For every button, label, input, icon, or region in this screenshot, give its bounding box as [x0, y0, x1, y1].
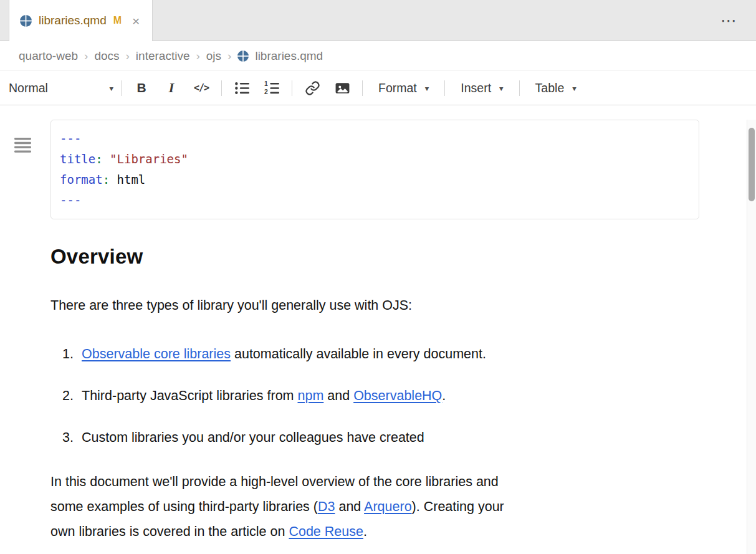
yaml-key: title: [60, 152, 95, 166]
breadcrumb-item-current[interactable]: libraries.qmd: [237, 49, 323, 63]
close-tab-icon[interactable]: ×: [132, 14, 140, 27]
formatting-toolbar: Normal▾ B I </> 12 Format▾ Insert▾ Table…: [0, 71, 756, 105]
heading-overview[interactable]: Overview: [50, 244, 756, 269]
list-marker: 2.: [62, 383, 82, 408]
quarto-icon: [20, 15, 32, 27]
insert-menu[interactable]: Insert▾: [450, 81, 514, 95]
yaml-fence: ---: [60, 131, 81, 145]
bold-icon: B: [136, 80, 146, 95]
yaml-format-line: format:html: [60, 170, 690, 190]
editor-tab[interactable]: libraries.qmd M ×: [9, 0, 153, 41]
image-icon: [335, 80, 350, 96]
yaml-colon: :: [103, 173, 110, 186]
bullet-list-button[interactable]: [227, 75, 257, 100]
link-npm[interactable]: npm: [297, 388, 323, 403]
paragraph-segment: and: [335, 499, 364, 514]
toolbar-divider: [444, 80, 445, 96]
breadcrumb-separator: ›: [84, 49, 88, 63]
chevron-down-icon: ▾: [499, 84, 504, 92]
vertical-scrollbar[interactable]: [747, 120, 756, 554]
code-button[interactable]: </>: [186, 75, 216, 100]
toolbar-divider: [362, 80, 363, 96]
editor-canvas[interactable]: --- title:"Libraries" format:html --- Ov…: [0, 120, 756, 554]
paragraph-style-label: Normal: [9, 81, 48, 95]
breadcrumb-item-interactive[interactable]: interactive: [136, 49, 190, 63]
numbered-list-icon: 12: [264, 80, 280, 96]
link-observablehq[interactable]: ObservableHQ: [353, 388, 442, 403]
yaml-colon: :: [95, 152, 102, 166]
link-code-reuse[interactable]: Code Reuse: [289, 524, 363, 539]
yaml-value: html: [110, 173, 145, 186]
list-item[interactable]: 1. Observable core libraries automatical…: [50, 341, 756, 366]
yaml-fence-line: ---: [60, 128, 690, 149]
list-item[interactable]: 2. Third-party JavaScript libraries from…: [50, 383, 756, 408]
link-d3[interactable]: D3: [318, 499, 335, 514]
intro-paragraph[interactable]: There are three types of library you'll …: [50, 293, 680, 318]
paragraph-segment: In this document we'll provide a high-le…: [50, 474, 499, 489]
breadcrumb-item-ojs[interactable]: ojs: [206, 49, 221, 63]
yaml-key: format: [60, 173, 103, 186]
breadcrumb-separator: ›: [227, 49, 231, 63]
list-item[interactable]: 3. Custom libraries you and/or your coll…: [50, 425, 756, 450]
chevron-down-icon: ▾: [109, 84, 113, 92]
tab-title: libraries.qmd: [39, 14, 107, 27]
list-item-segment: automatically available in every documen…: [231, 346, 486, 361]
list-item-segment: Custom libraries you and/or your colleag…: [82, 430, 424, 445]
italic-icon: I: [169, 80, 175, 96]
breadcrumb-separator: ›: [196, 49, 199, 63]
list-item-segment: .: [442, 388, 446, 403]
list-item-text: Observable core libraries automatically …: [82, 341, 486, 366]
paragraph-style-dropdown[interactable]: Normal▾: [9, 81, 116, 95]
tab-strip-fill: ⋯: [153, 0, 756, 41]
tab-strip: libraries.qmd M × ⋯: [0, 0, 756, 41]
git-status-badge: M: [113, 15, 122, 26]
numbered-list-button[interactable]: 12: [257, 75, 287, 100]
list-item-text: Third-party JavaScript libraries from np…: [82, 383, 446, 408]
toolbar-divider: [121, 80, 122, 96]
list-item-segment: and: [323, 388, 353, 403]
breadcrumb-item-quarto-web[interactable]: quarto-web: [19, 49, 78, 63]
chevron-down-icon: ▾: [425, 84, 429, 92]
scrollbar-thumb[interactable]: [749, 128, 755, 201]
breadcrumb-item-docs[interactable]: docs: [94, 49, 119, 63]
code-icon: </>: [194, 82, 209, 93]
quarto-icon: [237, 50, 249, 62]
link-arquero[interactable]: Arquero: [364, 499, 412, 514]
format-menu[interactable]: Format▾: [368, 81, 439, 95]
svg-text:1: 1: [264, 80, 268, 87]
list-marker: 1.: [62, 341, 82, 366]
breadcrumb: quarto-web › docs › interactive › ojs › …: [0, 41, 756, 71]
paragraph-segment: .: [363, 524, 367, 539]
link-observable-core-libraries[interactable]: Observable core libraries: [82, 346, 231, 361]
paragraph-segment: ). Creating your: [412, 499, 504, 514]
yaml-title-line: title:"Libraries": [60, 149, 690, 170]
bold-button[interactable]: B: [127, 75, 156, 100]
format-menu-label: Format: [378, 81, 417, 95]
tab-strip-spacer: [0, 0, 9, 41]
paragraph-segment: some examples of using third-party libra…: [50, 499, 318, 514]
svg-text:2: 2: [264, 88, 268, 95]
more-options-button[interactable]: ⋯: [720, 12, 737, 29]
breadcrumb-separator: ›: [126, 49, 130, 63]
link-button[interactable]: [297, 75, 327, 100]
insert-menu-label: Insert: [461, 81, 491, 95]
closing-paragraph[interactable]: In this document we'll provide a high-le…: [50, 469, 680, 544]
list-marker: 3.: [62, 425, 82, 450]
yaml-fence: ---: [60, 193, 81, 207]
image-button[interactable]: [327, 75, 357, 100]
breadcrumb-current-label: libraries.qmd: [255, 49, 323, 63]
paragraph-line: some examples of using third-party libra…: [50, 494, 680, 519]
list-item-segment: Third-party JavaScript libraries from: [82, 388, 297, 403]
ordered-list: 1. Observable core libraries automatical…: [50, 341, 756, 450]
toolbar-divider: [519, 80, 520, 96]
table-menu-label: Table: [535, 81, 565, 95]
chevron-down-icon: ▾: [572, 84, 577, 92]
yaml-metadata-block[interactable]: --- title:"Libraries" format:html ---: [50, 120, 699, 219]
bullet-list-icon: [234, 80, 250, 96]
table-menu[interactable]: Table▾: [525, 81, 587, 95]
block-drag-handle[interactable]: [14, 138, 31, 153]
italic-button[interactable]: I: [156, 75, 186, 100]
paragraph-line: own libraries is covered in the article …: [50, 519, 680, 544]
toolbar-divider: [221, 80, 222, 96]
paragraph-segment: own libraries is covered in the article …: [50, 524, 289, 539]
